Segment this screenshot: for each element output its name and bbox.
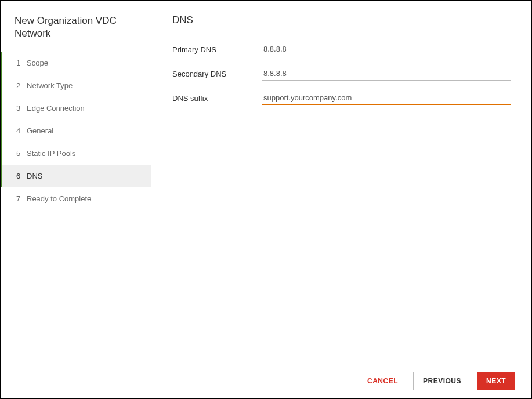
wizard-main: DNS Primary DNS Secondary DNS DNS suffix <box>151 1 531 364</box>
secondary-dns-input[interactable] <box>262 67 511 81</box>
form-row-primary-dns: Primary DNS <box>172 42 511 56</box>
step-label: DNS <box>27 172 140 180</box>
step-static-ip-pools[interactable]: 5 Static IP Pools <box>1 142 151 165</box>
step-network-type[interactable]: 2 Network Type <box>1 74 151 97</box>
form-row-secondary-dns: Secondary DNS <box>172 67 511 81</box>
previous-button[interactable]: PREVIOUS <box>413 372 471 390</box>
step-general[interactable]: 4 General <box>1 119 151 142</box>
step-label: Edge Connection <box>27 104 140 113</box>
step-number: 7 <box>16 194 27 203</box>
step-number: 3 <box>16 104 27 113</box>
wizard-dialog: New Organization VDC Network 1 Scope 2 N… <box>0 0 532 399</box>
cancel-button[interactable]: CANCEL <box>358 372 407 390</box>
wizard-title: New Organization VDC Network <box>1 14 151 52</box>
step-edge-connection[interactable]: 3 Edge Connection <box>1 97 151 119</box>
step-number: 5 <box>16 149 27 158</box>
step-number: 1 <box>16 59 27 67</box>
wizard-body: New Organization VDC Network 1 Scope 2 N… <box>1 1 531 364</box>
primary-dns-input[interactable] <box>262 42 511 56</box>
step-ready-to-complete[interactable]: 7 Ready to Complete <box>1 187 151 210</box>
step-label: Scope <box>27 59 140 67</box>
step-dns[interactable]: 6 DNS <box>1 165 151 187</box>
step-number: 4 <box>16 126 27 135</box>
next-button[interactable]: NEXT <box>477 372 515 390</box>
step-label: Ready to Complete <box>27 194 140 203</box>
step-label: Static IP Pools <box>27 149 140 158</box>
step-scope[interactable]: 1 Scope <box>1 52 151 74</box>
primary-dns-label: Primary DNS <box>172 45 262 54</box>
wizard-steps: 1 Scope 2 Network Type 3 Edge Connection… <box>1 52 151 210</box>
step-label: Network Type <box>27 81 140 90</box>
step-label: General <box>27 126 140 135</box>
page-title: DNS <box>172 14 511 26</box>
wizard-footer: CANCEL PREVIOUS NEXT <box>1 364 531 398</box>
step-number: 6 <box>16 172 27 180</box>
wizard-sidebar: New Organization VDC Network 1 Scope 2 N… <box>1 1 151 364</box>
dns-suffix-label: DNS suffix <box>172 94 262 103</box>
step-number: 2 <box>16 81 27 90</box>
dns-suffix-input[interactable] <box>262 91 511 105</box>
secondary-dns-label: Secondary DNS <box>172 70 262 78</box>
form-row-dns-suffix: DNS suffix <box>172 91 511 105</box>
